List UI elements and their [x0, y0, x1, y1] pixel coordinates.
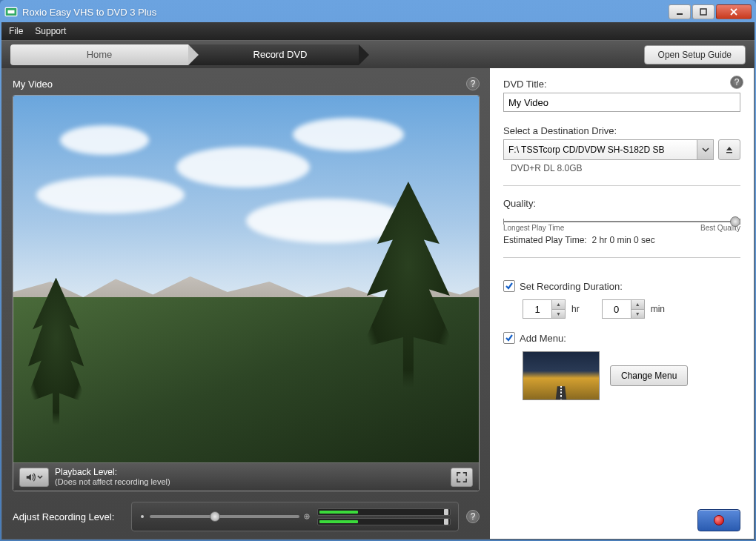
help-icon[interactable]: ? [466, 510, 480, 523]
svg-rect-1 [8, 10, 15, 14]
set-duration-label: Set Recording Duration: [520, 281, 623, 292]
minimize-button[interactable] [669, 4, 691, 19]
destination-info: DVD+R DL 8.0GB [511, 163, 740, 173]
menu-file[interactable]: File [9, 26, 23, 36]
preview-controls: Playback Level: (Does not affect recordi… [13, 462, 479, 491]
record-icon [714, 515, 724, 525]
tab-row: Home Record DVD Open Setup Guide [1, 40, 755, 68]
estimated-value: 2 hr 0 min 0 sec [591, 235, 654, 245]
change-menu-button[interactable]: Change Menu [610, 365, 688, 386]
app-icon [4, 5, 18, 19]
meter-right [317, 518, 451, 525]
record-button[interactable] [697, 509, 740, 531]
help-icon[interactable]: ? [466, 77, 480, 90]
recording-level-panel [131, 502, 459, 531]
meter-left [317, 508, 451, 516]
lower-icon [139, 514, 145, 520]
tab-home-label: Home [87, 49, 113, 60]
playback-level-label: Playback Level: [55, 467, 445, 477]
quality-slider[interactable] [503, 221, 740, 222]
adjust-recording-label: Adjust Recording Level: [13, 511, 124, 522]
menu-support[interactable]: Support [35, 26, 66, 36]
left-panel: My Video ? [2, 68, 490, 539]
check-icon [505, 282, 514, 291]
maximize-button[interactable] [692, 4, 714, 19]
svg-rect-10 [726, 152, 732, 153]
minutes-down-button[interactable]: ▼ [631, 310, 644, 319]
destination-label: Select a Destination Drive: [503, 125, 740, 136]
slider-thumb[interactable] [210, 511, 220, 522]
hours-up-button[interactable]: ▲ [552, 300, 565, 310]
titlebar: Roxio Easy VHS to DVD 3 Plus [1, 1, 755, 22]
fullscreen-button[interactable] [451, 468, 473, 487]
dvd-title-input[interactable] [503, 93, 740, 112]
tab-record-label: Record DVD [253, 49, 308, 60]
eject-icon [725, 145, 734, 154]
destination-value: F:\ TSSTcorp CD/DVDW SH-S182D SB [508, 145, 665, 155]
quality-thumb[interactable] [730, 216, 740, 227]
add-menu-checkbox[interactable] [503, 332, 515, 344]
tab-home[interactable]: Home [10, 44, 188, 65]
menubar: File Support [1, 22, 755, 40]
volume-button[interactable] [19, 468, 49, 487]
duration-hours-input[interactable] [523, 299, 552, 319]
minutes-unit: min [651, 304, 665, 314]
help-icon[interactable]: ? [730, 76, 743, 89]
video-preview: Playback Level: (Does not affect recordi… [13, 95, 480, 491]
open-setup-guide-button[interactable]: Open Setup Guide [644, 45, 746, 64]
hours-down-button[interactable]: ▼ [552, 310, 565, 319]
change-menu-label: Change Menu [621, 371, 677, 381]
quality-min-label: Longest Play Time [503, 224, 564, 232]
raise-icon [304, 514, 310, 520]
quality-label: Quality: [503, 198, 740, 209]
dvd-title-label: DVD Title: [503, 79, 740, 90]
setup-guide-label: Open Setup Guide [658, 50, 732, 60]
add-menu-label: Add Menu: [520, 333, 566, 344]
minutes-up-button[interactable]: ▲ [631, 300, 644, 310]
menu-thumbnail[interactable] [523, 351, 600, 400]
duration-minutes-input[interactable] [602, 299, 631, 319]
destination-drive-select[interactable]: F:\ TSSTcorp CD/DVDW SH-S182D SB [503, 139, 714, 160]
right-panel: ? DVD Title: Select a Destination Drive:… [490, 68, 754, 539]
recording-level-slider[interactable] [150, 515, 299, 518]
svg-rect-3 [700, 9, 706, 15]
video-title: My Video [13, 79, 53, 90]
estimated-label: Estimated Play Time: [503, 235, 587, 245]
svg-point-6 [141, 515, 144, 518]
window-title: Roxio Easy VHS to DVD 3 Plus [22, 7, 669, 18]
speaker-icon [25, 472, 36, 482]
set-duration-checkbox[interactable] [503, 280, 515, 292]
eject-button[interactable] [718, 139, 740, 160]
chevron-down-icon [37, 474, 43, 480]
expand-icon [457, 472, 467, 482]
close-button[interactable] [716, 4, 752, 19]
hours-unit: hr [571, 304, 580, 314]
level-meters [317, 508, 451, 525]
check-icon [505, 333, 514, 342]
video-preview-image [13, 96, 479, 462]
tab-record-dvd[interactable]: Record DVD [188, 44, 359, 65]
playback-note: (Does not affect recording level) [55, 477, 445, 487]
